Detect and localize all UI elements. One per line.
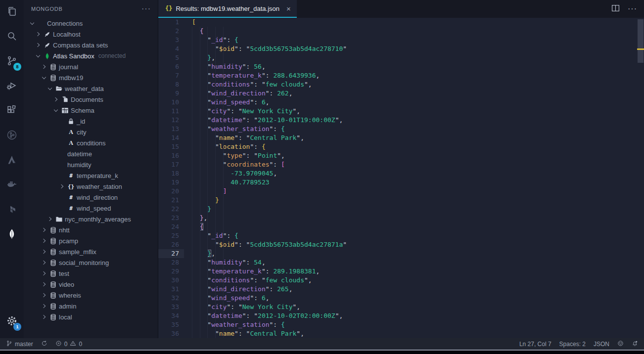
tree-item-temperature-k[interactable]: #temperature_k <box>24 170 158 181</box>
sync-icon[interactable] <box>41 340 47 348</box>
scrollbar-thumb[interactable] <box>638 19 644 63</box>
tree-item-city[interactable]: Acity <box>24 127 158 137</box>
chevron-right-icon[interactable] <box>41 291 48 299</box>
tree-item-localhost[interactable]: Localhost <box>24 29 158 40</box>
code-text: "wind_speed": 6, <box>184 294 270 303</box>
tree-item-pcamp[interactable]: pcamp <box>24 235 158 246</box>
chevron-down-icon[interactable] <box>52 106 60 114</box>
tree-item-atlas-sandbox[interactable]: Atlas Sandboxconnected <box>24 50 158 61</box>
tree-item-nyc-monthly-averages[interactable]: nyc_monthly_averages <box>24 214 158 224</box>
activity-item-docker[interactable] <box>0 173 24 198</box>
chevron-right-icon[interactable] <box>41 313 48 321</box>
tree-item-connections[interactable]: Connections <box>24 18 158 29</box>
line-number: 25 <box>158 231 184 240</box>
tree-item-whereis[interactable]: whereis <box>24 290 158 301</box>
code-line: 5 }, <box>158 53 644 62</box>
activity-item-azure[interactable] <box>0 148 24 173</box>
code-line: 16 "type": "Point", <box>158 151 644 160</box>
tree-item-social-monitoring[interactable]: social_monitoring <box>24 257 158 268</box>
status-problems[interactable]: 00 <box>55 340 82 348</box>
tree-item-datetime[interactable]: datetime <box>24 148 158 159</box>
json-editor[interactable]: 1[2 {3 "_id": {4 "$oid": "5cdd3b56753ab5… <box>158 18 644 338</box>
code-text: "conditions": "few clouds", <box>184 276 312 285</box>
tree-item-compass-data-sets[interactable]: Compass data sets <box>24 40 158 50</box>
chevron-spacer <box>58 139 66 147</box>
tree-item-humidity[interactable]: humidity <box>24 159 158 170</box>
tree-item-schema[interactable]: Schema <box>24 105 158 116</box>
chevron-right-icon[interactable] <box>41 280 48 288</box>
chevron-right-icon[interactable] <box>41 226 48 234</box>
tree-item-test[interactable]: test <box>24 268 158 279</box>
tree-item-video[interactable]: video <box>24 279 158 290</box>
chevron-right-icon[interactable] <box>41 259 48 266</box>
code-line: 31 "wind_direction": 265, <box>158 285 644 294</box>
activity-item-scm-graph[interactable] <box>0 124 24 148</box>
split-editor-icon[interactable] <box>611 4 620 14</box>
close-tab-icon[interactable]: × <box>286 4 291 13</box>
line-number: 26 <box>158 240 184 249</box>
activity-item-files[interactable] <box>0 0 24 25</box>
chevron-right-icon[interactable] <box>35 30 43 38</box>
tree-item-journal[interactable]: journal <box>24 61 158 72</box>
tree-item-sample-mflix[interactable]: sample_mflix <box>24 246 158 257</box>
status-master[interactable]: master <box>6 340 33 348</box>
tree-item-documents[interactable]: Documents <box>24 94 158 105</box>
chevron-right-icon[interactable] <box>46 215 54 223</box>
database-icon <box>48 313 58 321</box>
database-icon <box>48 248 58 256</box>
chevron-down-icon[interactable] <box>35 52 43 60</box>
status-ln-27-col-7[interactable]: Ln 27, Col 7 <box>519 341 552 348</box>
tree-item-admin[interactable]: admin <box>24 301 158 311</box>
tab-results-json[interactable]: {} Results: mdbw19.weather_data.json × <box>158 0 297 18</box>
tree-item-weather-station[interactable]: {}weather_station <box>24 181 158 192</box>
tree-item-conditions[interactable]: Aconditions <box>24 137 158 148</box>
chevron-spacer <box>58 161 66 169</box>
tree-item-local[interactable]: local <box>24 311 158 322</box>
terraform-icon <box>6 203 18 217</box>
chevron-right-icon[interactable] <box>35 41 43 49</box>
activity-item-settings-gear[interactable]: 1 <box>0 310 24 334</box>
editor-scrollbar[interactable] <box>637 18 644 338</box>
chevron-right-icon[interactable] <box>41 237 48 245</box>
tab-label: Results: mdbw19.weather_data.json <box>176 5 279 12</box>
chevron-right-icon[interactable] <box>41 269 48 277</box>
line-number: 18 <box>158 169 184 178</box>
tree-item-weather-data[interactable]: weather_data <box>24 83 158 94</box>
chevron-down-icon[interactable] <box>29 19 37 27</box>
code-text: "location": { <box>184 142 266 151</box>
code-text: }, <box>184 249 215 258</box>
activity-item-source-control[interactable]: 8 <box>0 49 24 74</box>
tree-item-wind-direction[interactable]: #wind_direction <box>24 192 158 203</box>
chevron-right-icon[interactable] <box>41 63 48 71</box>
code-text: "coordinates": [ <box>184 160 285 169</box>
line-number: 28 <box>158 258 184 267</box>
tree-item-label: _id <box>77 118 85 125</box>
line-number: 5 <box>158 53 184 62</box>
chevron-down-icon[interactable] <box>46 85 54 92</box>
chevron-right-icon[interactable] <box>41 248 48 256</box>
activity-item-mongodb-leaf[interactable] <box>0 222 24 247</box>
chevron-right-icon[interactable] <box>58 182 66 190</box>
mongodb-leaf-icon <box>6 228 18 242</box>
code-line: 9 "wind_direction": 262, <box>158 89 644 98</box>
more-editor-actions-icon[interactable]: ··· <box>628 4 637 13</box>
tree-item-mdbw19[interactable]: mdbw19 <box>24 72 158 83</box>
status-spaces-2[interactable]: Spaces: 2 <box>559 341 586 348</box>
tree-item-nhtt[interactable]: nhtt <box>24 224 158 235</box>
tree-item--id[interactable]: _id <box>24 116 158 127</box>
feedback-icon[interactable] <box>617 340 624 348</box>
activity-item-run-debug[interactable] <box>0 74 24 99</box>
tree-item-wind-speed[interactable]: #wind_speed <box>24 203 158 214</box>
code-text: "humidity": 56, <box>184 62 266 71</box>
more-actions-icon[interactable]: ··· <box>141 4 151 13</box>
bell-icon[interactable] <box>632 340 638 348</box>
chevron-down-icon[interactable] <box>41 74 48 82</box>
activity-item-extensions[interactable] <box>0 99 24 124</box>
activity-item-search[interactable] <box>0 25 24 49</box>
chevron-right-icon[interactable] <box>52 95 60 103</box>
activity-item-terraform[interactable] <box>0 198 24 222</box>
chevron-right-icon[interactable] <box>41 302 48 310</box>
status-json[interactable]: JSON <box>594 341 609 348</box>
code-text: "weather_station": { <box>184 320 285 329</box>
code-text: 40.7789523 <box>184 178 270 187</box>
